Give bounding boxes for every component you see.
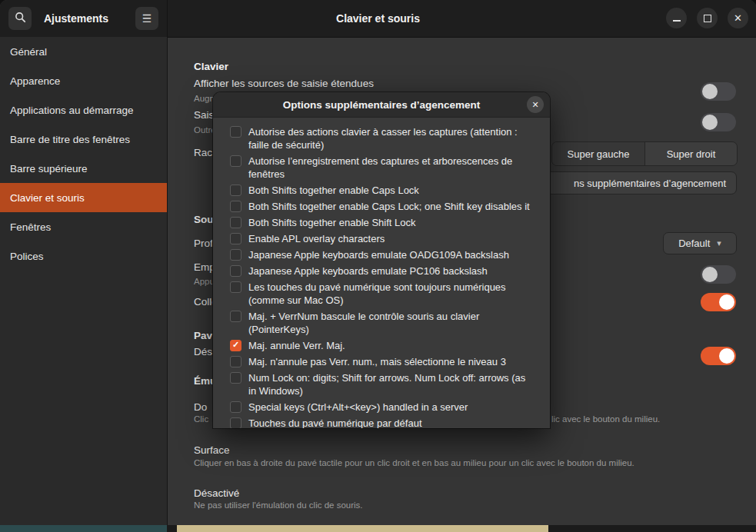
close-icon: ✕ xyxy=(734,13,742,23)
toggle-saisie[interactable] xyxy=(701,113,736,131)
checkbox[interactable] xyxy=(230,401,241,413)
bottom-strip-gap xyxy=(167,525,177,532)
sidebar-item-applications-demarrage[interactable]: Applications au démarrage xyxy=(0,95,167,125)
option-row[interactable]: Maj. + VerrNum bascule le contrôle souri… xyxy=(230,310,539,336)
option-label: Autorise des actions clavier à casser le… xyxy=(248,125,535,151)
sidebar-item-label: Apparence xyxy=(10,75,60,87)
sidebar-item-label: Fenêtres xyxy=(10,221,51,233)
option-row[interactable]: Enable APL overlay characters xyxy=(230,232,539,245)
dialog-header: Options supplémentaires d’agencement ✕ xyxy=(213,92,550,118)
row-label-surface: Surface xyxy=(194,444,230,456)
toggle-emplacement[interactable] xyxy=(701,265,736,284)
option-label: Autorise l’enregistrement des captures e… xyxy=(248,155,535,181)
toggle-knob xyxy=(719,348,734,364)
sidebar-item-label: Applications au démarrage xyxy=(10,105,134,116)
option-row[interactable]: Touches du pavé numérique par défaut xyxy=(230,417,539,428)
acceleration-profile-dropdown[interactable]: Default ▾ xyxy=(663,232,737,254)
bottom-strip-left xyxy=(0,525,167,532)
checkbox[interactable] xyxy=(230,356,241,367)
option-label: Both Shifts together enable Shift Lock xyxy=(248,216,416,229)
toggle-coller[interactable] xyxy=(701,293,736,311)
option-row[interactable]: Maj. annule Verr. Maj. xyxy=(230,339,539,352)
option-row[interactable]: Japanese Apple keyboards emulate OADG109… xyxy=(230,248,539,261)
checkbox[interactable] xyxy=(230,155,241,167)
toggle-knob xyxy=(702,84,718,99)
checkbox[interactable] xyxy=(230,126,241,138)
section-heading-clavier: Clavier xyxy=(194,61,228,72)
option-label: Les touches du pavé numérique sont toujo… xyxy=(248,281,535,307)
maximize-icon xyxy=(704,15,711,22)
window-controls: ✕ xyxy=(666,8,748,28)
super-key-button-group: Super gauche Super droit xyxy=(551,141,738,166)
row-label-emplacement-fragment: Emp xyxy=(194,261,215,273)
option-label: Japanese Apple keyboards emulate OADG109… xyxy=(248,248,509,261)
row-label-afficher-sources: Afficher les sources de saisie étendues xyxy=(194,78,374,89)
checkbox[interactable] xyxy=(230,281,241,293)
close-button[interactable]: ✕ xyxy=(728,8,748,28)
sidebar-item-label: Barre supérieure xyxy=(10,163,88,175)
toggle-knob xyxy=(702,115,718,130)
search-button[interactable] xyxy=(8,7,32,30)
super-droit-button[interactable]: Super droit xyxy=(645,142,737,165)
toggle-afficher-sources[interactable] xyxy=(701,82,736,101)
row-label-desactive: Désactivé xyxy=(194,487,239,499)
sidebar-item-fenetres[interactable]: Fenêtres xyxy=(0,212,167,241)
checkbox[interactable] xyxy=(230,311,241,322)
option-label: Both Shifts together enable Caps Lock; o… xyxy=(248,200,530,213)
option-row[interactable]: Maj. n'annule pas Verr. num., mais sélec… xyxy=(230,355,539,368)
sidebar-item-general[interactable]: Général xyxy=(0,37,167,66)
sidebar-item-clavier-souris[interactable]: Clavier et souris xyxy=(0,183,167,212)
option-label: Maj. n'annule pas Verr. num., mais sélec… xyxy=(248,355,506,368)
layout-options-dialog: Options supplémentaires d’agencement ✕ A… xyxy=(213,92,550,428)
checkbox[interactable] xyxy=(230,417,241,428)
option-label: Maj. + VerrNum bascule le contrôle souri… xyxy=(248,310,535,336)
option-label: Both Shifts together enable Caps Lock xyxy=(248,184,419,197)
bottom-strip-middle xyxy=(177,525,548,532)
sidebar-item-label: Polices xyxy=(10,251,44,262)
checkbox[interactable] xyxy=(230,249,241,261)
option-row[interactable]: Autorise des actions clavier à casser le… xyxy=(230,125,539,151)
checkbox[interactable] xyxy=(230,372,241,384)
sidebar-item-barre-superieure[interactable]: Barre supérieure xyxy=(0,154,167,183)
window-title: Clavier et souris xyxy=(231,0,525,37)
toggle-knob xyxy=(702,267,718,282)
sidebar-item-apparence[interactable]: Apparence xyxy=(0,66,167,95)
dialog-close-button[interactable]: ✕ xyxy=(527,96,544,113)
sidebar-item-label: Clavier et souris xyxy=(10,192,85,204)
option-row[interactable]: Both Shifts together enable Caps Lock xyxy=(230,184,539,197)
dialog-option-list: Autorise des actions clavier à casser le… xyxy=(213,118,550,428)
option-label: Special keys (Ctrl+Alt+<key>) handled in… xyxy=(248,401,468,414)
option-row[interactable]: Both Shifts together enable Shift Lock xyxy=(230,216,539,229)
minimize-button[interactable] xyxy=(666,8,687,28)
toggle-pave-desactiver[interactable] xyxy=(701,347,736,365)
checkbox[interactable] xyxy=(230,340,241,351)
checkbox[interactable] xyxy=(230,217,241,228)
bottom-strip-right xyxy=(548,525,756,532)
app-title: Ajustements xyxy=(44,0,108,37)
option-row[interactable]: Japanese Apple keyboards emulate PC106 b… xyxy=(230,264,539,278)
option-row[interactable]: Les touches du pavé numérique sont toujo… xyxy=(230,281,539,307)
checkbox[interactable] xyxy=(230,185,241,196)
titlebar-separator xyxy=(167,0,168,37)
menu-button[interactable]: ☰ xyxy=(135,7,158,30)
option-row[interactable]: Both Shifts together enable Caps Lock; o… xyxy=(230,200,539,213)
row-label-do-fragment: Do xyxy=(194,401,207,413)
maximize-button[interactable] xyxy=(697,8,718,28)
close-icon: ✕ xyxy=(531,100,538,110)
checkbox[interactable] xyxy=(230,265,241,277)
checkbox[interactable] xyxy=(230,233,241,244)
row-label-profil-fragment: Prof xyxy=(194,238,213,249)
row-desc-surface: Cliquer en bas à droite du pavé tactile … xyxy=(194,458,732,467)
option-label: Enable APL overlay characters xyxy=(248,232,385,245)
option-label: Touches du pavé numérique par défaut xyxy=(248,417,422,428)
sidebar: Général Apparence Applications au démarr… xyxy=(0,37,168,525)
checkbox[interactable] xyxy=(230,201,241,212)
option-row[interactable]: Num Lock on: digits; Shift for arrows. N… xyxy=(230,371,539,397)
sidebar-item-polices[interactable]: Polices xyxy=(0,241,167,271)
option-row[interactable]: Special keys (Ctrl+Alt+<key>) handled in… xyxy=(230,401,539,414)
option-row[interactable]: Autorise l’enregistrement des captures e… xyxy=(230,155,539,181)
sidebar-item-barre-titre[interactable]: Barre de titre des fenêtres xyxy=(0,125,167,154)
chevron-down-icon: ▾ xyxy=(717,238,721,248)
super-gauche-button[interactable]: Super gauche xyxy=(552,142,645,165)
option-label: Maj. annule Verr. Maj. xyxy=(248,339,345,352)
